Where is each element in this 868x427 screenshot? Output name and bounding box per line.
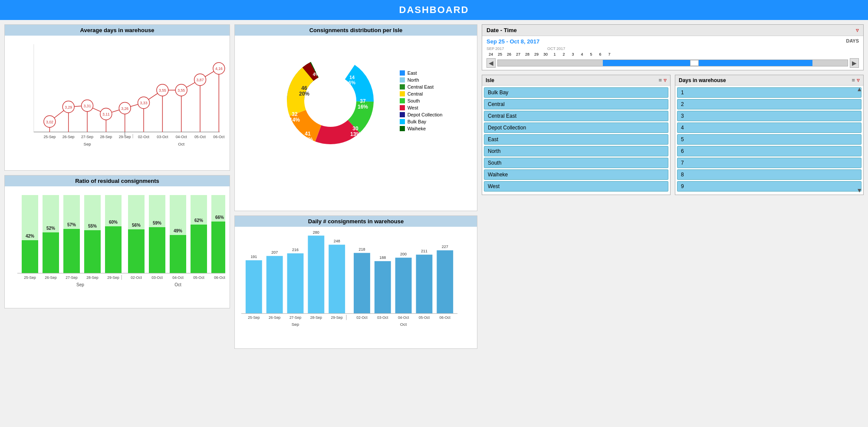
days-filter-funnel-icon[interactable]: ▿	[857, 77, 860, 83]
svg-text:Oct: Oct	[178, 142, 184, 146]
datetime-scale-row: SEP 2017 OCT 2017	[487, 46, 859, 51]
svg-text:3,02: 3,02	[46, 120, 53, 124]
svg-text:28-Sep: 28-Sep	[86, 275, 99, 280]
days-item-3[interactable]: 3	[677, 111, 861, 121]
svg-text:16%: 16%	[358, 104, 368, 110]
svg-text:3,31: 3,31	[84, 104, 91, 108]
isle-item-south[interactable]: South	[484, 158, 668, 168]
svg-text:3%: 3%	[330, 68, 337, 73]
days-item-1[interactable]: 1	[677, 87, 861, 98]
svg-text:3,11: 3,11	[102, 112, 110, 116]
legend-label-north: North	[408, 77, 419, 83]
svg-text:05-Oct: 05-Oct	[419, 315, 430, 320]
days-item-8[interactable]: 8	[677, 169, 861, 180]
legend-color-central	[400, 91, 405, 96]
day-4: 4	[578, 52, 586, 56]
isle-item-waiheke[interactable]: Waiheke	[484, 169, 668, 180]
isle-item-bulkbay[interactable]: Bulk Bay	[484, 87, 668, 98]
svg-text:29-Sep: 29-Sep	[119, 135, 131, 139]
svg-text:25-Sep: 25-Sep	[43, 135, 56, 139]
isle-item-central[interactable]: Central	[484, 99, 668, 109]
timeline-thumb[interactable]	[690, 60, 699, 66]
isle-filter-funnel-icon[interactable]: ▿	[664, 77, 667, 83]
svg-text:59%: 59%	[153, 221, 161, 225]
timeline-fill	[603, 60, 813, 66]
days-item-2[interactable]: 2	[677, 99, 861, 109]
datetime-filter-icon[interactable]: ▿	[856, 27, 859, 33]
legend-item-south: South	[400, 98, 443, 103]
svg-text:05-Oct: 05-Oct	[194, 135, 206, 139]
svg-text:56%: 56%	[132, 223, 141, 228]
days-scroll-down[interactable]: ▼	[856, 187, 862, 194]
datetime-mode[interactable]: DAYS	[846, 38, 859, 45]
days-item-7[interactable]: 7	[677, 158, 861, 168]
legend-item-east: East	[400, 70, 443, 76]
datetime-header: Date - Time ▿	[482, 25, 863, 36]
days-filter-header: Days in warehouse ≡ ▿	[675, 75, 863, 86]
svg-text:55%: 55%	[88, 224, 97, 228]
svg-text:Oct: Oct	[174, 282, 181, 287]
svg-text:02-Oct: 02-Oct	[131, 275, 142, 280]
oct-label: OCT 2017	[547, 46, 565, 51]
svg-text:26-Sep: 26-Sep	[269, 315, 281, 320]
legend-item-west: West	[400, 105, 443, 110]
day-24: 24	[487, 52, 495, 56]
legend-color-depot	[400, 112, 405, 117]
isle-item-north[interactable]: North	[484, 146, 668, 156]
day-27: 27	[514, 52, 523, 56]
isle-item-east[interactable]: East	[484, 134, 668, 145]
days-scroll-up[interactable]: ▲	[856, 86, 862, 93]
dashboard-header: DASHBOARD	[0, 0, 868, 20]
svg-text:28-Sep: 28-Sep	[100, 135, 112, 139]
day-30: 30	[541, 52, 550, 56]
svg-text:66%: 66%	[215, 215, 224, 220]
daily-panel: Daily # consignments in warehouse 191 20…	[234, 215, 477, 349]
datetime-body: Sep 25 - Oct 8, 2017 DAYS SEP 2017 OCT 2…	[482, 36, 863, 70]
isle-item-depotcollection[interactable]: Depot Collection	[484, 122, 668, 133]
day-5: 5	[587, 52, 595, 56]
legend-color-bulkbay	[400, 119, 405, 124]
right-column: Date - Time ▿ Sep 25 - Oct 8, 2017 DAYS …	[482, 24, 864, 349]
donut-title: Consignments distribution per Isle	[235, 25, 477, 36]
svg-rect-131	[354, 253, 370, 313]
svg-text:6: 6	[332, 63, 335, 68]
svg-text:18%: 18%	[302, 136, 313, 142]
timeline-track[interactable]	[497, 60, 848, 66]
days-item-6[interactable]: 6	[677, 146, 861, 156]
svg-text:3,26: 3,26	[121, 106, 128, 111]
svg-text:280: 280	[313, 231, 319, 235]
svg-rect-135	[395, 258, 412, 314]
isle-item-west[interactable]: West	[484, 181, 668, 192]
svg-text:60%: 60%	[109, 220, 118, 225]
svg-text:20%: 20%	[299, 91, 309, 97]
datetime-range: Sep 25 - Oct 8, 2017 DAYS	[487, 38, 859, 45]
svg-text:03-Oct: 03-Oct	[377, 315, 388, 320]
svg-text:06-Oct: 06-Oct	[440, 315, 451, 320]
legend-color-west	[400, 105, 405, 110]
svg-text:6%: 6%	[340, 70, 347, 76]
svg-text:06-Oct: 06-Oct	[213, 135, 225, 139]
daily-title: Daily # consignments in warehouse	[235, 216, 477, 227]
filter-row: Isle ≡ ▿ Bulk Bay Central Central East D…	[482, 75, 864, 195]
svg-rect-70	[170, 235, 186, 273]
days-item-4[interactable]: 4	[677, 122, 861, 133]
daily-svg: 191 207 216 280 248 218	[239, 231, 473, 331]
svg-text:27-Sep: 27-Sep	[66, 275, 78, 280]
legend-label-waiheke: Waiheke	[408, 126, 426, 131]
isle-filter-lines-icon[interactable]: ≡	[658, 77, 662, 83]
days-filter-lines-icon[interactable]: ≡	[852, 77, 855, 83]
days-item-5[interactable]: 5	[677, 134, 861, 145]
svg-text:03-Oct: 03-Oct	[157, 135, 168, 139]
center-column: Consignments distribution per Isle	[234, 24, 477, 349]
svg-rect-121	[246, 260, 262, 314]
svg-rect-137	[416, 255, 432, 313]
isle-item-centraleast[interactable]: Central East	[484, 111, 668, 121]
svg-text:37: 37	[360, 98, 366, 104]
svg-rect-64	[105, 226, 122, 273]
scroll-left-arrow[interactable]: ◀	[487, 58, 496, 68]
days-item-9[interactable]: 9	[677, 181, 861, 192]
page-title: DASHBOARD	[0, 4, 868, 16]
svg-text:3,55: 3,55	[178, 88, 185, 93]
scroll-right-arrow[interactable]: ▶	[850, 58, 859, 68]
isle-filter-title: Isle	[486, 77, 494, 83]
